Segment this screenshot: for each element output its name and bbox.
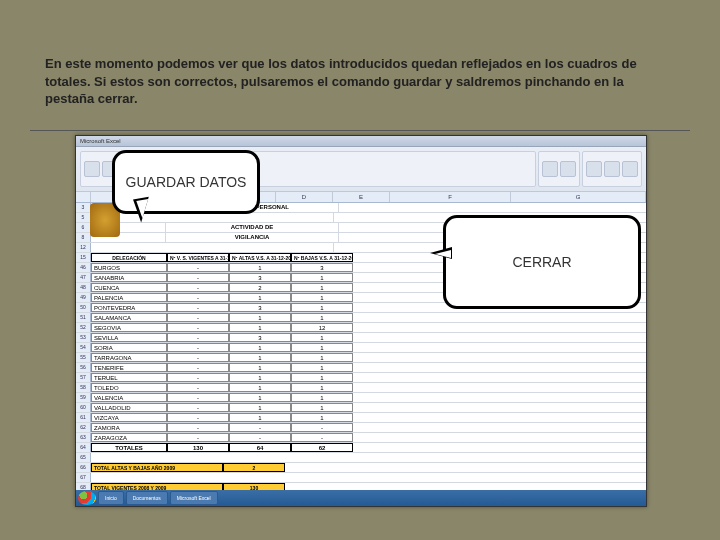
table-row[interactable]: 54SORIA-11 xyxy=(76,343,646,353)
ribbon-button[interactable] xyxy=(604,161,620,177)
table-row[interactable]: 62ZAMORA--- xyxy=(76,423,646,433)
ribbon-button[interactable] xyxy=(560,161,576,177)
task-item[interactable]: Documentos xyxy=(126,491,168,505)
table-row[interactable]: 59VALENCIA-11 xyxy=(76,393,646,403)
table-row[interactable]: 55TARRAGONA-11 xyxy=(76,353,646,363)
ribbon-button[interactable] xyxy=(622,161,638,177)
task-item[interactable]: Microsoft Excel xyxy=(170,491,218,505)
ribbon-button[interactable] xyxy=(84,161,100,177)
table-row[interactable]: 63ZARAGOZA--- xyxy=(76,433,646,443)
table-row[interactable]: 58TOLEDO-11 xyxy=(76,383,646,393)
taskbar: Inicio Documentos Microsoft Excel xyxy=(76,490,646,506)
table-row[interactable]: 60VALLADOLID-11 xyxy=(76,403,646,413)
ribbon-button[interactable] xyxy=(542,161,558,177)
table-row[interactable]: 56TENERIFE-11 xyxy=(76,363,646,373)
table-row[interactable]: 57TERUEL-11 xyxy=(76,373,646,383)
start-button-icon[interactable] xyxy=(78,491,96,505)
slide-caption: En este momento podemos ver que los dato… xyxy=(45,55,675,108)
task-item[interactable]: Inicio xyxy=(98,491,124,505)
callout-tail xyxy=(430,247,452,259)
table-row[interactable]: 53SEVILLA-31 xyxy=(76,333,646,343)
table-row[interactable]: 51SALAMANCA-11 xyxy=(76,313,646,323)
window-titlebar: Microsoft Excel xyxy=(76,136,646,147)
ribbon-button[interactable] xyxy=(586,161,602,177)
callout-cerrar: CERRAR xyxy=(443,215,641,309)
divider xyxy=(30,130,690,131)
table-row[interactable]: 52SEGOVIA-112 xyxy=(76,323,646,333)
table-row[interactable]: 61VIZCAYA-11 xyxy=(76,413,646,423)
